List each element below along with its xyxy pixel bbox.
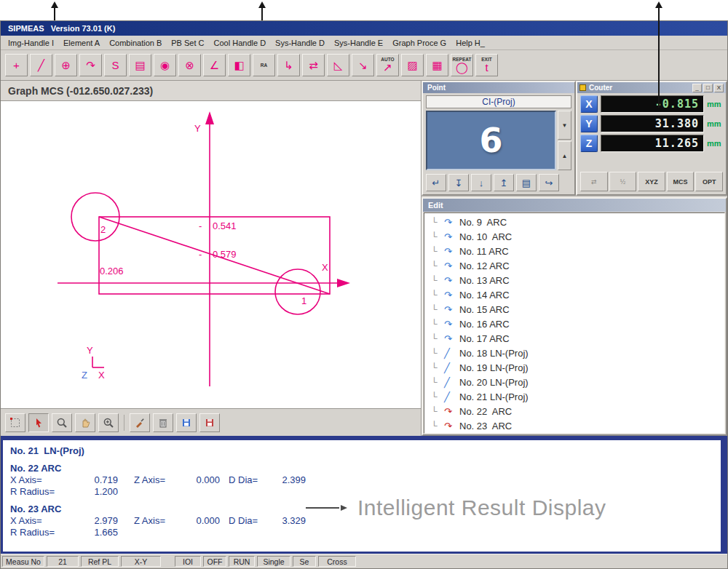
element-list-item[interactable]: └ ↷ No. 13 ARC xyxy=(431,273,724,287)
sphere-tool[interactable]: ◉ xyxy=(154,54,176,76)
element-list-item[interactable]: └ ↷ No. 23 ARC xyxy=(431,418,724,433)
xyz-button[interactable]: XYZ xyxy=(638,172,665,191)
close-button[interactable]: X xyxy=(714,84,724,92)
counter-buttons-row: ⇄ ½ XYZ MCS OPT xyxy=(577,170,726,194)
axis-value-display: -0.815 xyxy=(601,95,704,113)
element-list-item[interactable]: └ ↷ No. 12 ARC xyxy=(431,258,724,273)
axis-select-button[interactable]: Y xyxy=(580,115,598,132)
down-button[interactable]: ↓ xyxy=(471,174,491,191)
element-list-item[interactable]: └ ╱ No. 19 LN-(Proj) xyxy=(431,360,724,375)
slope-tool[interactable]: ◺ xyxy=(327,54,349,76)
store-up-button[interactable]: ↥ xyxy=(494,174,514,191)
tool-icon: ↗ xyxy=(383,62,392,73)
element-list-item[interactable]: └ ↷ No. 22 ARC xyxy=(431,404,724,418)
angle-tool[interactable]: ∠ xyxy=(203,54,226,76)
apply-button[interactable]: ↪ xyxy=(539,174,559,191)
opt-button[interactable]: OPT xyxy=(695,172,723,191)
status-cell[interactable]: Se xyxy=(293,556,316,567)
restore-button[interactable]: □ xyxy=(703,84,713,92)
status-cell[interactable]: Ref PL xyxy=(81,556,119,567)
menu-item[interactable]: Cool Handle D xyxy=(210,37,271,49)
element-list-item[interactable]: └ ↷ No. 15 ARC xyxy=(431,302,724,317)
repeat-tool[interactable]: REPEAT ◯ xyxy=(451,54,473,76)
menu-item[interactable]: Graph Proce G xyxy=(388,37,451,49)
axis-select-button[interactable]: X xyxy=(580,95,598,113)
enter-button[interactable]: ↵ xyxy=(426,174,446,191)
status-cell[interactable]: Cross xyxy=(318,556,356,567)
exit-tool[interactable]: EXIT t xyxy=(475,54,498,76)
coordinate-tool[interactable]: ↳ xyxy=(277,54,300,76)
grid-button[interactable]: ▤ xyxy=(516,174,537,191)
x-axis-label: X Axis= xyxy=(10,515,83,526)
menu-item[interactable]: Element A xyxy=(59,37,104,49)
menu-item[interactable]: Img-Handle I xyxy=(4,37,58,49)
status-cell[interactable]: Single xyxy=(257,556,290,567)
status-cell[interactable]: 21 xyxy=(47,556,79,567)
element-list-item[interactable]: └ ↷ No. 14 ARC xyxy=(431,287,724,302)
pan-tool[interactable] xyxy=(75,413,95,432)
status-cell[interactable]: OFF xyxy=(203,556,226,567)
arrow-head-icon xyxy=(51,1,58,8)
save-icon xyxy=(181,417,192,429)
point-tool[interactable]: + xyxy=(5,54,28,76)
counter-title: Couter xyxy=(589,84,689,92)
ra-tool[interactable]: RA xyxy=(253,54,275,76)
curve-tool[interactable]: S xyxy=(104,54,127,76)
element-list-item[interactable]: └ ↷ No. 10 ARC xyxy=(431,229,724,244)
spin-down-button[interactable]: ▼ xyxy=(558,111,571,140)
element-color-tool[interactable]: ◧ xyxy=(228,54,250,76)
menu-item[interactable]: Combination B xyxy=(105,37,166,49)
select-region-tool[interactable] xyxy=(5,413,25,432)
element-list-item[interactable]: └ ╱ No. 18 LN-(Proj) xyxy=(431,346,724,360)
menu-item[interactable]: Sys-Handle D xyxy=(271,37,329,49)
element-list-item[interactable]: └ ╱ No. 20 LN-(Proj) xyxy=(431,375,724,389)
diameter-value: 3.329 xyxy=(271,515,306,526)
minimize-button[interactable]: _ xyxy=(692,84,702,92)
delete-tool[interactable] xyxy=(153,413,173,432)
status-cell[interactable]: Measu No xyxy=(2,556,44,567)
arrow-line xyxy=(658,8,660,108)
element-list-tool[interactable]: ▤ xyxy=(129,54,151,76)
store-down-button[interactable]: ↧ xyxy=(448,174,469,191)
element-list-item[interactable]: └ ↷ No. 16 ARC xyxy=(431,317,724,331)
menu-item[interactable]: Sys-Handle E xyxy=(330,37,387,49)
save-view-tool[interactable] xyxy=(176,413,197,432)
cursor-tool[interactable] xyxy=(28,413,49,432)
zoom-fit-tool[interactable] xyxy=(98,413,119,432)
spin-up-button[interactable]: ▲ xyxy=(558,141,571,170)
palette-tool[interactable]: ▨ xyxy=(401,54,424,76)
units-button[interactable]: ⇄ xyxy=(580,172,608,191)
export-view-tool[interactable] xyxy=(199,413,220,432)
element-list-item[interactable]: └ ↷ No. 9 ARC xyxy=(431,215,724,229)
circle-tool[interactable]: ⊕ xyxy=(55,54,77,76)
probe-tool[interactable]: ⊗ xyxy=(178,54,201,76)
half-button[interactable]: ½ xyxy=(609,172,637,191)
auto-move-tool[interactable]: AUTO ↗ xyxy=(376,54,399,76)
tool-icon: ◺ xyxy=(334,60,343,71)
distance-tool[interactable]: ↘ xyxy=(352,54,374,76)
status-cell[interactable]: RUN xyxy=(229,556,255,567)
mcs-button[interactable]: MCS xyxy=(667,172,695,191)
counter-app-icon xyxy=(579,84,586,91)
menu-item[interactable]: Help H_ xyxy=(451,37,489,49)
menu-item[interactable]: PB Set C xyxy=(167,37,208,49)
graph-canvas[interactable]: Y X 2 1 - 0.541 - 0.579 0.206 Y X Z xyxy=(1,101,421,408)
transform-tool[interactable]: ⇄ xyxy=(302,54,325,76)
element-list[interactable]: └ ↷ No. 9 ARC └ ↷ No. 10 ARC └ ↷ No. 11 … xyxy=(424,212,725,434)
element-list-item[interactable]: └ ╱ No. 21 LN-(Proj) xyxy=(431,389,724,404)
arc-tool[interactable]: ↷ xyxy=(79,54,102,76)
axis-select-button[interactable]: Z xyxy=(580,135,598,152)
counter-window-buttons: _ □ X xyxy=(692,84,724,92)
zoom-in-tool[interactable] xyxy=(52,413,72,432)
element-list-item[interactable]: └ ↷ No. 17 ARC xyxy=(431,331,724,346)
brush-tool[interactable] xyxy=(130,413,150,432)
element-list-item[interactable]: └ ↷ No. 11 ARC xyxy=(431,244,724,258)
main-toolbar: + ╱ ⊕ ↷ S ▤ ◉ ⊗ ∠ ◧ RA xyxy=(1,50,727,81)
grid-tool[interactable]: ▦ xyxy=(426,54,448,76)
status-cell[interactable]: X-Y xyxy=(121,556,161,567)
line-tool[interactable]: ╱ xyxy=(30,54,52,76)
measure-mode-label: CI-(Proj) xyxy=(482,97,515,107)
measure-mode-display[interactable]: CI-(Proj) xyxy=(426,95,571,108)
status-cell[interactable]: IOI xyxy=(175,556,201,567)
point-count-value: 6 xyxy=(479,121,502,160)
